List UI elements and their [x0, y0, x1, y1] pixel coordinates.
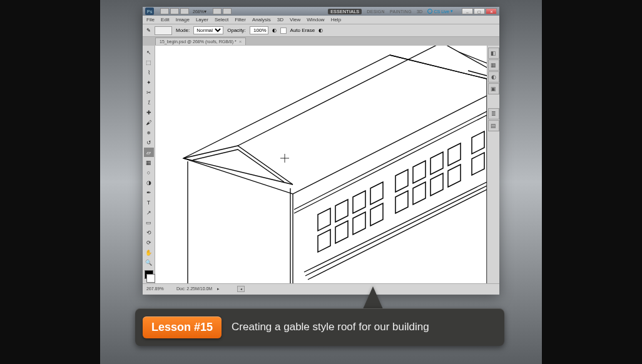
bridge-icon[interactable]: [160, 8, 169, 14]
background-color[interactable]: [146, 274, 155, 283]
cslive-icon: [427, 9, 432, 14]
lesson-title: Creating a gable style roof for our buil…: [232, 321, 429, 333]
history-tool[interactable]: ↺: [144, 138, 154, 147]
cursor-crosshair: [280, 154, 289, 163]
zoom-tool[interactable]: 🔍: [144, 258, 154, 267]
document-tab-title: 15_begin.psd @ 268% (roofs, RGB/8) *: [160, 39, 237, 44]
screenmode-icon[interactable]: [213, 8, 222, 14]
marquee-tool[interactable]: ⬚: [144, 58, 154, 67]
swatches-panel-icon[interactable]: ▦: [488, 59, 499, 71]
tablet-icon[interactable]: ◐: [318, 28, 323, 33]
mode-label: Mode:: [176, 28, 190, 33]
tablet-pressure-icon[interactable]: ◐: [272, 28, 277, 33]
building-drawing: [155, 46, 487, 283]
menu-image[interactable]: Image: [176, 17, 190, 23]
auto-erase-label: Auto Erase: [290, 28, 315, 33]
eyedropper-tool[interactable]: ⁒: [144, 98, 154, 107]
brush-tool[interactable]: 🖌: [144, 118, 154, 127]
titlebar[interactable]: Ps 268% ▾ ESSENTIALS DESIGN PAINTING 3D …: [143, 7, 499, 16]
canvas[interactable]: [155, 46, 487, 283]
document-tab-bar: 15_begin.psd @ 268% (roofs, RGB/8) * ×: [143, 37, 499, 46]
close-icon[interactable]: ×: [239, 39, 242, 44]
shape-tool[interactable]: ▭: [144, 218, 154, 227]
mode-select[interactable]: Normal: [193, 26, 223, 34]
hand-tool[interactable]: ✋: [144, 248, 154, 257]
menu-view[interactable]: View: [290, 17, 300, 23]
styles-panel-icon[interactable]: ▣: [488, 83, 499, 94]
type-tool[interactable]: T: [144, 198, 154, 207]
menu-filter[interactable]: Filter: [235, 17, 246, 23]
menu-3d[interactable]: 3D: [277, 17, 283, 23]
wand-tool[interactable]: ✦: [144, 78, 154, 87]
pen-tool[interactable]: ✒: [144, 188, 154, 197]
lesson-banner: Lesson #15 Creating a gable style roof f…: [135, 308, 504, 346]
titlebar-zoom[interactable]: 268%: [193, 9, 204, 14]
lasso-tool[interactable]: ⌇: [144, 68, 154, 77]
eraser-tool[interactable]: ▱: [144, 148, 154, 157]
titlebar-icons: [160, 8, 189, 14]
chevron-down-icon[interactable]: ▾: [204, 9, 209, 14]
banner-pointer: [363, 286, 383, 309]
video-sidebar-right: [542, 0, 642, 364]
right-panels: ◧ ▦ ◐ ▣ ≣ ▤: [487, 46, 499, 283]
photoshop-logo-icon: Ps: [145, 8, 154, 15]
lesson-badge: Lesson #15: [143, 316, 222, 338]
titlebar-icons-2: [213, 8, 232, 14]
3d-tool[interactable]: ⟲: [144, 228, 154, 237]
photoshop-window: Ps 268% ▾ ESSENTIALS DESIGN PAINTING 3D …: [143, 7, 499, 295]
close-button[interactable]: ✕: [486, 8, 497, 14]
menu-select[interactable]: Select: [215, 17, 228, 23]
crop-tool[interactable]: ✂: [144, 88, 154, 97]
cslive-button[interactable]: CS Live▾: [427, 9, 453, 14]
move-tool[interactable]: ↖: [144, 48, 154, 57]
options-bar: ✎ Mode: Normal Opacity: ◐ Auto Erase ◐: [143, 24, 499, 37]
brush-preset[interactable]: [155, 26, 172, 35]
channels-panel-icon[interactable]: ▤: [488, 120, 499, 131]
path-tool[interactable]: ↗: [144, 208, 154, 217]
extras-icon[interactable]: [223, 8, 232, 14]
gradient-tool[interactable]: ▦: [144, 158, 154, 167]
scroll-left-icon[interactable]: ◂: [237, 286, 245, 292]
workspace-essentials[interactable]: ESSENTIALS: [328, 9, 362, 14]
color-swatches[interactable]: [143, 270, 155, 283]
dodge-tool[interactable]: ◑: [144, 178, 154, 187]
video-sidebar-left: [0, 0, 100, 364]
stamp-tool[interactable]: ⎈: [144, 128, 154, 137]
tool-preset-icon[interactable]: ✎: [146, 28, 151, 33]
opacity-label: Opacity:: [227, 28, 245, 33]
healing-tool[interactable]: ✚: [144, 108, 154, 117]
menu-file[interactable]: File: [146, 17, 155, 23]
menu-window[interactable]: Window: [307, 17, 324, 23]
workspace-design[interactable]: DESIGN: [367, 9, 385, 14]
adjustments-panel-icon[interactable]: ◐: [488, 71, 499, 83]
workspace-3d[interactable]: 3D: [417, 9, 423, 14]
menu-edit[interactable]: Edit: [161, 17, 170, 23]
menu-layer[interactable]: Layer: [196, 17, 208, 23]
document-tab[interactable]: 15_begin.psd @ 268% (roofs, RGB/8) * ×: [155, 38, 246, 45]
tools-panel: ↖ ⬚ ⌇ ✦ ✂ ⁒ ✚ 🖌 ⎈ ↺ ▱ ▦ ○ ◑ ✒ T ↗ ▭ ⟲ ⟳ …: [143, 46, 155, 283]
maximize-button[interactable]: ▢: [474, 8, 485, 14]
opacity-input[interactable]: [250, 26, 268, 34]
menubar: File Edit Image Layer Select Filter Anal…: [143, 16, 499, 24]
3d-camera-tool[interactable]: ⟳: [144, 238, 154, 247]
menu-help[interactable]: Help: [331, 17, 341, 23]
statusbar: 267.89% Doc: 2.25M/10.0M ▸ ◂: [143, 283, 499, 293]
chevron-right-icon[interactable]: ▸: [217, 286, 220, 291]
workspace-painting[interactable]: PAINTING: [390, 9, 412, 14]
arrange-icon[interactable]: [180, 8, 189, 14]
minibridge-icon[interactable]: [170, 8, 179, 14]
status-zoom[interactable]: 267.89%: [146, 286, 171, 291]
minimize-button[interactable]: _: [462, 8, 473, 14]
menu-analysis[interactable]: Analysis: [252, 17, 271, 23]
layers-panel-icon[interactable]: ≣: [488, 108, 499, 119]
color-panel-icon[interactable]: ◧: [488, 48, 499, 59]
status-doc-size[interactable]: Doc: 2.25M/10.0M: [176, 286, 212, 291]
blur-tool[interactable]: ○: [144, 168, 154, 177]
auto-erase-checkbox[interactable]: [280, 28, 287, 34]
